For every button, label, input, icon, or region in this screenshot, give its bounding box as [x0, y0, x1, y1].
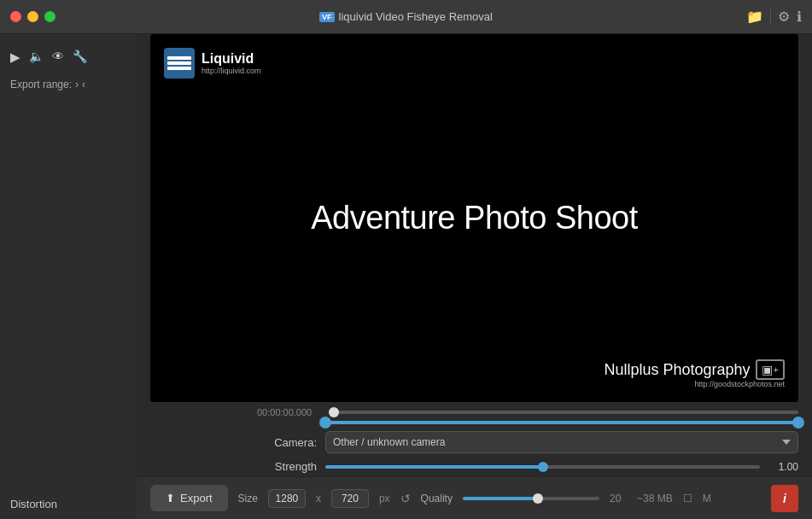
- svg-rect-2: [167, 67, 191, 70]
- close-button[interactable]: [10, 11, 21, 22]
- export-button[interactable]: ⬆ Export: [150, 485, 228, 511]
- export-range-row: [150, 421, 798, 424]
- video-logo: Liquivid http://liquivid.com: [164, 48, 261, 79]
- eye-button[interactable]: 👁: [52, 50, 64, 65]
- settings-button[interactable]: 🔧: [73, 50, 87, 65]
- px-label: px: [379, 493, 390, 504]
- range-end-thumb[interactable]: [792, 417, 804, 429]
- format-label: ☐: [683, 493, 692, 504]
- logo-box: i: [771, 485, 798, 512]
- strength-fill: [325, 465, 543, 469]
- bottom-bar: ⬆ Export Size x px ↺ Quality 20 ~38 MB ☐…: [137, 476, 812, 519]
- format-text: M: [703, 493, 711, 504]
- strength-value: 1.00: [768, 461, 798, 473]
- export-label: Export: [180, 492, 213, 504]
- video-watermark: Nullplus Photography ▣ + http://goodstoc…: [604, 359, 785, 388]
- quality-label: Quality: [421, 493, 453, 504]
- camera-select[interactable]: Other / unknown camera GoPro Hero 3 Wide…: [325, 431, 798, 453]
- video-title: Adventure Photo Shoot: [311, 200, 637, 236]
- logo-text: i: [783, 492, 786, 505]
- video-preview: Liquivid http://liquivid.com Adventure P…: [150, 34, 798, 402]
- quality-value: 20: [610, 493, 627, 504]
- svg-rect-1: [167, 61, 191, 65]
- strength-label: Strength: [275, 460, 317, 473]
- strength-slider[interactable]: [325, 465, 760, 469]
- titlebar-actions: 📁 ⚙ ℹ: [746, 9, 802, 25]
- timeline-thumb[interactable]: [329, 407, 339, 417]
- reset-icon[interactable]: ↺: [400, 492, 411, 505]
- sidebar: ▶ 🔈 👁 🔧 Export range: › ‹ Distortion: [0, 34, 137, 519]
- size-label: Size: [238, 493, 258, 504]
- minimize-button[interactable]: [27, 11, 38, 22]
- camera-label: Camera:: [274, 436, 317, 449]
- file-size: ~38 MB: [637, 493, 673, 504]
- video-logo-text: Liquivid http://liquivid.com: [202, 51, 261, 75]
- range-right-chevron[interactable]: ‹: [82, 79, 85, 90]
- strength-thumb[interactable]: [538, 462, 548, 472]
- bottom-logo: i: [771, 485, 798, 512]
- settings-icon[interactable]: ⚙: [778, 9, 790, 25]
- liquivid-logo-icon: [164, 48, 195, 79]
- playback-row: 00:00:00.000: [150, 407, 798, 417]
- app-name: Liquivid: [202, 51, 261, 67]
- app-badge: VF: [319, 12, 335, 22]
- range-left-chevron[interactable]: ›: [75, 79, 79, 90]
- content-area: Liquivid http://liquivid.com Adventure P…: [137, 34, 812, 519]
- sidebar-playback-icons: ▶ 🔈 👁 🔧: [10, 50, 126, 65]
- size-x: x: [316, 493, 321, 504]
- watermark-badge: ▣ +: [756, 359, 785, 380]
- watermark-text: Nullplus Photography: [604, 361, 750, 379]
- titlebar: VF liquivid Video Fisheye Removal 📁 ⚙ ℹ: [0, 0, 812, 34]
- volume-button[interactable]: 🔈: [29, 50, 44, 65]
- divider: [770, 9, 771, 25]
- traffic-lights: [10, 11, 55, 22]
- main-layout: ▶ 🔈 👁 🔧 Export range: › ‹ Distortion: [0, 34, 812, 519]
- sidebar-controls: ▶ 🔈 👁 🔧 Export range: › ‹ Distortion: [10, 43, 126, 510]
- info-icon[interactable]: ℹ: [797, 9, 802, 25]
- svg-rect-0: [167, 56, 191, 60]
- export-range-label: Export range: › ‹: [10, 79, 104, 90]
- width-input[interactable]: [268, 489, 306, 508]
- app-url: http://liquivid.com: [202, 67, 261, 75]
- window-title: VF liquivid Video Fisheye Removal: [319, 10, 493, 23]
- video-inner: Liquivid http://liquivid.com Adventure P…: [150, 34, 798, 402]
- quality-slider[interactable]: [463, 497, 599, 500]
- quality-fill: [463, 497, 538, 500]
- controls-area: 00:00:00.000 Camera:: [137, 402, 812, 476]
- strength-row: Strength 1.00: [150, 460, 798, 473]
- export-range-slider[interactable]: [325, 421, 798, 424]
- play-button[interactable]: ▶: [10, 50, 20, 65]
- camera-row: Camera: Other / unknown camera GoPro Her…: [150, 431, 798, 453]
- watermark-url: http://goodstockphotos.net: [694, 380, 785, 388]
- distortion-label: Distortion: [10, 491, 126, 510]
- quality-thumb[interactable]: [533, 493, 543, 504]
- folder-icon[interactable]: 📁: [746, 9, 763, 25]
- export-icon: ⬆: [166, 492, 175, 504]
- timestamp: 00:00:00.000: [257, 407, 325, 417]
- height-input[interactable]: [331, 489, 369, 508]
- timeline-slider[interactable]: [334, 411, 798, 414]
- watermark-row: Nullplus Photography ▣ +: [604, 359, 785, 380]
- title-text: liquivid Video Fisheye Removal: [339, 10, 493, 23]
- range-start-thumb[interactable]: [319, 417, 331, 429]
- maximize-button[interactable]: [44, 11, 55, 22]
